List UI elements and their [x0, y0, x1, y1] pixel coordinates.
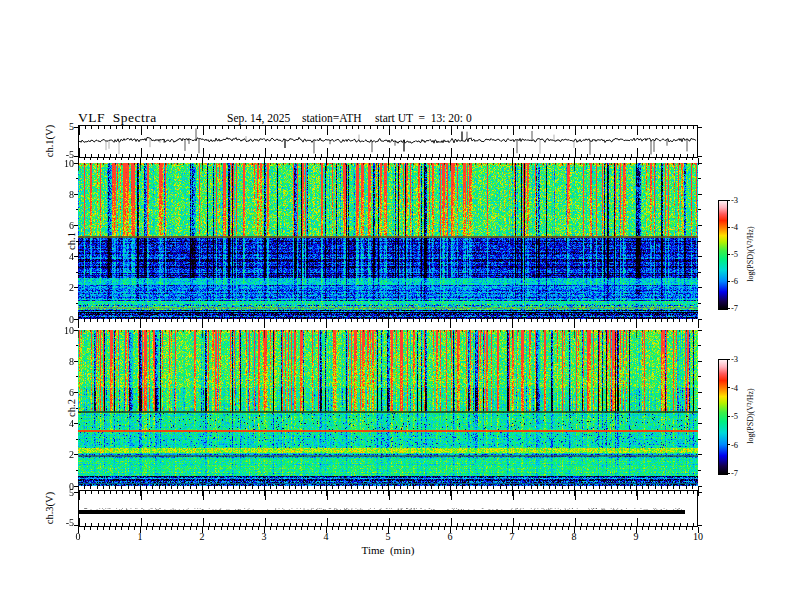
tick-mark: [190, 158, 191, 160]
tick-mark: [97, 158, 98, 160]
tick-mark: [109, 527, 110, 530]
tick-mark: [537, 486, 538, 489]
tick-mark: [444, 319, 445, 322]
tick-label: 1: [128, 531, 152, 542]
tick-mark: [369, 486, 370, 489]
tick-mark: [233, 158, 234, 160]
tick-mark: [506, 158, 507, 160]
tick-mark: [475, 486, 476, 489]
tick-mark: [270, 158, 271, 160]
tick-mark: [431, 527, 432, 530]
tick-mark: [128, 486, 129, 489]
tick-mark: [258, 319, 259, 322]
tick-mark: [549, 527, 550, 530]
tick-mark: [407, 486, 408, 489]
tick-mark: [183, 319, 184, 322]
tick-mark: [320, 319, 321, 322]
tick-mark: [512, 486, 513, 496]
tick-mark: [338, 486, 339, 489]
tick-mark: [363, 158, 364, 160]
tick-mark: [84, 527, 85, 530]
tick-mark: [500, 486, 501, 489]
tick-mark: [289, 319, 290, 322]
tick-mark: [134, 527, 135, 530]
tick-mark: [84, 319, 85, 322]
tick-mark: [425, 527, 426, 530]
tick-mark: [593, 158, 594, 160]
tick-mark: [698, 225, 702, 226]
tick-mark: [698, 408, 701, 409]
tick-label: -4: [731, 222, 749, 233]
tick-mark: [214, 319, 215, 322]
tick-mark: [469, 319, 470, 322]
tick-mark: [363, 486, 364, 489]
tick-mark: [655, 158, 656, 160]
tick-mark: [196, 319, 197, 322]
tick-mark: [382, 158, 383, 160]
tick-mark: [245, 158, 246, 160]
tick-mark: [630, 158, 631, 160]
tick-mark: [208, 486, 209, 489]
tick-mark: [444, 527, 445, 530]
tick-mark: [493, 486, 494, 489]
tick-label: 5: [46, 487, 74, 498]
tick-mark: [258, 527, 259, 530]
tick-mark: [524, 486, 525, 489]
tick-mark: [648, 486, 649, 489]
tick-mark: [363, 319, 364, 322]
tick-mark: [76, 376, 79, 377]
tick-label: -4: [731, 383, 749, 394]
tick-mark: [698, 272, 701, 273]
tick-mark: [165, 486, 166, 489]
tick-mark: [171, 486, 172, 489]
tick-mark: [413, 486, 414, 489]
tick-mark: [159, 486, 160, 489]
tick-mark: [580, 486, 581, 489]
tick-mark: [369, 319, 370, 322]
tick-mark: [543, 319, 544, 322]
tick-label: -6: [731, 276, 749, 287]
tick-mark: [295, 319, 296, 322]
tick-mark: [332, 486, 333, 489]
tick-mark: [351, 486, 352, 489]
tick-label: -6: [731, 440, 749, 451]
tick-mark: [481, 158, 482, 160]
tick-mark: [698, 439, 701, 440]
tick-mark: [537, 527, 538, 530]
tick-label: 5: [46, 121, 74, 132]
tick-mark: [655, 527, 656, 530]
tick-mark: [568, 527, 569, 530]
tick-mark: [568, 486, 569, 489]
tick-mark: [679, 486, 680, 489]
tick-mark: [245, 527, 246, 530]
tick-mark: [469, 486, 470, 489]
tick-mark: [698, 163, 702, 164]
tick-mark: [270, 527, 271, 530]
tick-mark: [376, 527, 377, 530]
tick-mark: [661, 486, 662, 489]
tick-mark: [413, 319, 414, 322]
tick-mark: [283, 486, 284, 489]
tick-mark: [76, 408, 79, 409]
tick-mark: [487, 158, 488, 160]
tick-mark: [500, 158, 501, 160]
tick-mark: [667, 158, 668, 160]
tick-mark: [698, 492, 702, 493]
tick-mark: [493, 158, 494, 160]
tick-mark: [450, 486, 451, 496]
tick-mark: [103, 527, 104, 530]
tick-mark: [239, 486, 240, 489]
tick-mark: [630, 486, 631, 489]
tick-mark: [314, 319, 315, 322]
tick-mark: [698, 330, 702, 331]
tick-mark: [74, 361, 78, 362]
tick-mark: [605, 486, 606, 489]
tick-mark: [320, 158, 321, 160]
tick-mark: [76, 439, 79, 440]
tick-mark: [190, 319, 191, 322]
tick-mark: [407, 527, 408, 530]
tick-mark: [115, 319, 116, 322]
tick-mark: [221, 158, 222, 160]
tick-mark: [624, 158, 625, 160]
tick-mark: [593, 527, 594, 530]
